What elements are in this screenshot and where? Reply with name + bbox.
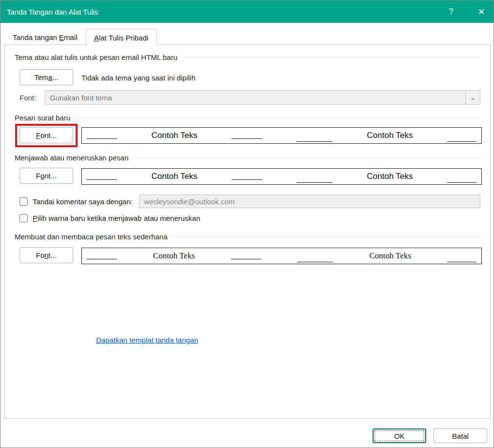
sample-line [296,141,333,142]
sample-text: Contoh Teks [152,172,198,181]
reply-font-preview: Contoh Teks Contoh Teks [81,168,482,185]
tab-email-signature[interactable]: Tanda tangan Email [4,30,86,45]
sample-line [447,262,476,262]
theme-font-value: Gunakan font tema [50,94,112,102]
help-button[interactable]: ? [440,0,462,23]
pick-color-label: Pilih warna baru ketika menjawab atau me… [33,214,200,222]
pick-color-row: Pilih warna baru ketika menjawab atau me… [20,214,480,222]
theme-section-heading: Tema atau alat tulis untuk pesan email H… [15,53,481,61]
dropdown-arrow-box[interactable]: ⌄ [465,91,480,104]
sample-line [87,259,117,259]
close-icon: ✕ [478,7,485,17]
signature-template-link-row: Dapatkan templat tanda tangan [96,336,198,344]
sample-line [447,141,476,142]
sample-line [447,182,476,183]
section-rule [133,157,481,158]
chevron-down-icon: ⌄ [470,94,475,101]
new-mail-section-heading: Pesan surat baru [15,114,481,122]
section-rule [75,117,481,118]
sample-text: Contoh Teks [367,131,413,140]
font-field-label: Font: [20,94,36,102]
sample-text: Contoh Teks [152,131,198,140]
sample-text: Contoh Teks [369,251,411,261]
sample-line [87,179,117,180]
help-icon: ? [449,7,454,16]
mark-comments-input[interactable] [139,195,480,208]
theme-font-dropdown[interactable]: Gunakan font tema ⌄ [45,90,480,105]
section-rule [182,57,481,58]
plain-text-font-preview: Contoh Teks Contoh Teks [81,248,482,264]
cancel-button[interactable]: Batal [434,429,487,443]
signatures-stationery-dialog: Tanda Tangan dan Alat Tulis ? ✕ Tanda ta… [0,0,494,448]
title-bar: Tanda Tangan dan Alat Tulis ? ✕ [0,0,494,23]
plain-text-font-button[interactable]: Font... [20,247,73,263]
sample-line [87,138,117,139]
tab-personal-stationery[interactable]: Alat Tulis Pribadi [86,29,157,45]
reply-font-button[interactable]: Font... [20,168,73,184]
sample-text: Contoh Teks [153,251,195,261]
get-signature-templates-link[interactable]: Dapatkan templat tanda tangan [96,336,198,344]
sample-line [232,179,262,180]
reply-section-heading: Menjawab atau meneruskan pesan [15,154,481,162]
tab-strip: Tanda tangan Email Alat Tulis Pribadi [4,28,490,45]
dialog-title: Tanda Tangan dan Alat Tulis [7,8,440,16]
plain-text-section-heading: Membuat dan membaca pesan teks sederhana [15,233,481,241]
mark-comments-row: Tandai komentar saya dengan: [20,195,480,208]
new-mail-font-button[interactable]: Font... [20,127,73,143]
sample-line [232,138,262,139]
close-button[interactable]: ✕ [470,0,493,23]
pick-color-checkbox[interactable] [20,214,28,222]
theme-button[interactable]: Tema... [20,69,73,85]
new-mail-font-preview: Contoh Teks Contoh Teks [81,127,482,144]
sample-line [296,182,333,183]
theme-status-text: Tidak ada tema yang saat ini dipilih [81,74,196,82]
personal-stationery-panel: Tema atau alat tulis untuk pesan email H… [4,44,491,419]
mark-comments-checkbox[interactable] [20,197,28,206]
ok-button[interactable]: OK [373,429,426,443]
sample-line [297,262,333,262]
section-rule [173,236,481,237]
sample-text: Contoh Teks [367,172,413,181]
sample-line [231,259,261,259]
mark-comments-label: Tandai komentar saya dengan: [33,197,133,206]
